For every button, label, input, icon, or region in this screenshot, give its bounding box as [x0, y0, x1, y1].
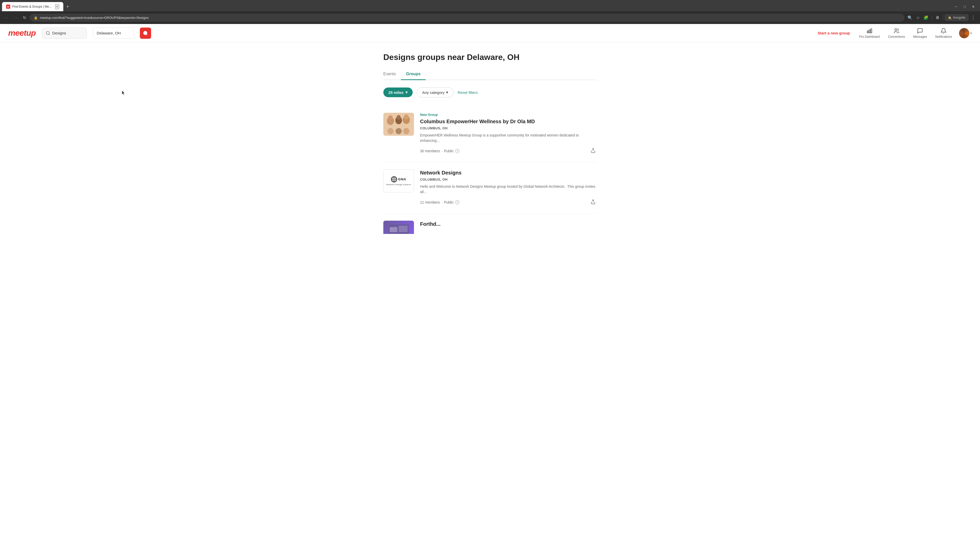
svg-rect-24 — [399, 226, 407, 232]
search-bar[interactable] — [42, 27, 87, 39]
refresh-button[interactable]: ↻ — [21, 14, 28, 21]
minimize-button[interactable]: ─ — [952, 3, 961, 10]
group-card-third: Forthd... — [383, 213, 597, 234]
more-options-button[interactable]: ⋮ — [969, 13, 977, 22]
group-name-third[interactable]: Forthd... — [420, 221, 597, 227]
avatar-image — [959, 28, 969, 38]
share-icon — [590, 148, 596, 153]
visibility-wellness: Public — [444, 149, 454, 153]
new-group-badge: New Group — [420, 113, 597, 117]
nav-item-notifications[interactable]: Notifications — [934, 28, 953, 38]
category-filter-button[interactable]: Any category ▾ — [417, 87, 453, 97]
browser-chrome: m Find Events & Groups | Meetup ✕ + ─ □ … — [0, 0, 980, 24]
meta-dot2: · — [442, 200, 442, 204]
people-icon — [894, 28, 900, 34]
svg-line-3 — [146, 34, 148, 35]
search-toolbar-button[interactable]: 🔍 — [906, 14, 914, 21]
search-input[interactable] — [52, 31, 83, 35]
cursor-position — [122, 91, 126, 94]
search-submit-button[interactable] — [140, 27, 151, 39]
group-image-third — [383, 221, 414, 234]
new-tab-button[interactable]: + — [64, 3, 71, 11]
meetup-logo[interactable]: meetup — [8, 28, 36, 38]
nav-item-messages[interactable]: Messages — [912, 28, 928, 38]
address-bar[interactable]: 🔒 meetup.com/find/?suggested=true&source… — [30, 14, 904, 21]
svg-rect-5 — [869, 30, 870, 33]
svg-point-14 — [404, 114, 409, 119]
tab-groups[interactable]: Groups — [401, 69, 426, 80]
search-icon — [46, 31, 50, 35]
globe-svg — [391, 177, 396, 182]
address-text: meetup.com/find/?suggested=true&source=G… — [40, 16, 900, 20]
visibility-network: Public — [444, 200, 454, 204]
separator — [932, 15, 932, 20]
chart-icon — [866, 28, 873, 34]
active-tab[interactable]: m Find Events & Groups | Meetup ✕ — [2, 2, 63, 11]
group-image-wellness — [383, 113, 414, 136]
message-icon — [917, 28, 923, 34]
profile-switcher-button[interactable]: 🖥 — [934, 14, 941, 21]
distance-filter-button[interactable]: 25 miles ▾ — [383, 87, 413, 97]
start-new-group-button[interactable]: Start a new group — [816, 31, 852, 35]
maximize-button[interactable]: □ — [961, 3, 969, 10]
content-tabs: Events Groups — [383, 69, 597, 80]
window-controls: ─ □ ✕ — [952, 3, 978, 10]
gna-logo: GNA — [391, 176, 406, 183]
svg-point-15 — [387, 128, 393, 134]
main-content: Designs groups near Delaware, OH Events … — [375, 42, 605, 244]
category-chevron-icon: ▾ — [446, 90, 448, 95]
extensions-button[interactable]: 🧩 — [922, 14, 930, 21]
svg-point-7 — [895, 29, 897, 30]
bookmark-button[interactable]: ☆ — [915, 14, 921, 21]
group-description-wellness: EmpowerHER Wellness Meetup Group is a su… — [420, 133, 597, 143]
svg-point-10 — [388, 115, 393, 121]
nav-item-connections[interactable]: Connections — [887, 28, 906, 38]
group-card-network-designs: GNA Network Design Experts Network Desig… — [383, 162, 597, 213]
group-meta-left-wellness: 30 members · Public i — [420, 149, 460, 153]
close-button[interactable]: ✕ — [969, 3, 978, 10]
tab-events[interactable]: Events — [383, 69, 401, 80]
user-avatar — [959, 28, 969, 38]
group-info-third: Forthd... — [420, 221, 597, 229]
group-description-network: Hello and Welcome to Network Designs Mee… — [420, 184, 597, 195]
browser-toolbar: ← → ↻ 🔒 meetup.com/find/?suggested=true&… — [0, 11, 980, 24]
distance-chevron-icon: ▾ — [406, 90, 407, 95]
incognito-badge: 🕵 Incognito — [945, 14, 968, 21]
messages-label: Messages — [913, 35, 927, 38]
distance-filter-label: 25 miles — [388, 90, 404, 95]
back-button[interactable]: ← — [3, 14, 10, 21]
cursor-icon — [122, 91, 126, 96]
group-name-network[interactable]: Network Designs — [420, 169, 597, 176]
category-filter-label: Any category — [422, 90, 445, 95]
group-card-wellness: New Group Columbus EmpowerHer Wellness b… — [383, 106, 597, 162]
group-info-network: Network Designs COLUMBUS, OH Hello and W… — [420, 169, 597, 206]
globe-icon — [391, 176, 397, 183]
pro-dashboard-label: Pro Dashboard — [859, 35, 880, 38]
avatar-area[interactable]: ▾ — [959, 28, 972, 38]
member-count-network: 11 members — [420, 200, 440, 204]
browser-tabs: m Find Events & Groups | Meetup ✕ + ─ □ … — [0, 0, 980, 11]
group-image-gna: GNA Network Design Experts — [383, 169, 414, 192]
location-bar[interactable]: Delaware, OH — [93, 27, 134, 39]
forward-button[interactable]: → — [12, 14, 19, 21]
bell-icon — [940, 28, 947, 34]
share-button-wellness[interactable] — [590, 147, 597, 155]
avatar-chevron-icon: ▾ — [970, 32, 972, 35]
member-count-wellness: 30 members — [420, 149, 440, 153]
share-button-network[interactable] — [590, 198, 597, 206]
meetup-header: meetup Delaware, OH Start a new group Pr… — [0, 24, 980, 42]
group-name-wellness[interactable]: Columbus EmpowerHer Wellness by Dr Ola M… — [420, 118, 597, 125]
search-submit-icon — [143, 30, 148, 36]
info-icon-network[interactable]: i — [455, 200, 460, 204]
group-meta-left-network: 11 members · Public i — [420, 200, 460, 204]
meta-dot: · — [442, 149, 442, 153]
svg-point-16 — [396, 128, 402, 134]
svg-point-2 — [143, 31, 147, 35]
tab-close-button[interactable]: ✕ — [55, 4, 59, 9]
svg-rect-6 — [871, 29, 872, 33]
svg-rect-4 — [867, 31, 868, 33]
svg-point-17 — [403, 128, 409, 134]
reset-filters-button[interactable]: Reset filters — [458, 90, 478, 95]
info-icon-wellness[interactable]: i — [455, 149, 460, 153]
nav-item-pro-dashboard[interactable]: Pro Dashboard — [858, 28, 881, 38]
